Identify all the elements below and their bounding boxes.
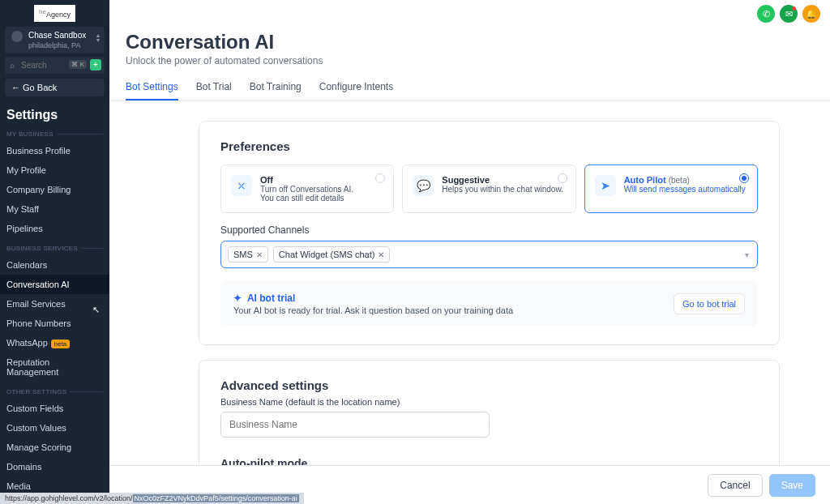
tab-bot-training[interactable]: Bot Training: [250, 81, 302, 100]
remove-chip-icon[interactable]: ✕: [256, 250, 263, 259]
chip-label: SMS: [233, 250, 253, 259]
sidebar-item-company-billing[interactable]: Company Billing: [0, 180, 109, 199]
chip-label: Chat Widget (SMS chat): [279, 250, 375, 259]
option-title: Off: [260, 175, 353, 185]
save-button[interactable]: Save: [769, 474, 815, 497]
trial-heading: ✦ AI bot trial: [233, 293, 513, 304]
business-name-input[interactable]: [220, 412, 490, 438]
sidebar-item-my-profile[interactable]: My Profile: [0, 160, 109, 180]
page-title: Conversation AI: [126, 31, 814, 53]
chevron-down-icon: ▾: [745, 250, 749, 259]
sidebar-item-business-profile[interactable]: Business Profile: [0, 141, 109, 160]
tab-bot-settings[interactable]: Bot Settings: [126, 81, 178, 100]
account-name: Chase Sandbox: [28, 31, 86, 40]
preferences-title: Preferences: [220, 139, 758, 153]
beta-badge: beta: [51, 340, 71, 348]
nav-section-header: BUSINESS SERVICES: [0, 238, 109, 255]
arrow-left-icon: ←: [11, 83, 20, 92]
pref-option-auto-pilot[interactable]: ➤Auto Pilot (beta)Will send messages aut…: [584, 164, 758, 213]
option-icon: ⤫: [231, 175, 252, 196]
option-icon: 💬: [413, 175, 434, 196]
add-button[interactable]: +: [90, 59, 101, 70]
trial-sub: Your AI bot is ready for trial. Ask it q…: [233, 305, 513, 315]
sidebar-item-domains[interactable]: Domains: [0, 457, 109, 476]
advanced-title: Advanced settings: [220, 378, 758, 392]
option-desc: Turn off Conversations AI.: [260, 185, 353, 194]
go-back-button[interactable]: ← Go Back: [5, 79, 105, 96]
cursor-icon: ↖: [92, 305, 100, 315]
option-desc: You can still edit details: [260, 194, 353, 203]
channels-label: Supported Channels: [220, 224, 758, 236]
content: Preferences ⤫Off Turn off Conversations …: [109, 101, 830, 504]
option-desc: Helps you within the chat window.: [442, 185, 563, 194]
option-desc: Will send messages automatically: [624, 185, 746, 194]
option-icon: ➤: [595, 175, 616, 196]
radio-icon: [739, 173, 749, 183]
search-icon: ⌕: [10, 61, 15, 70]
sidebar-item-reputation-management[interactable]: Reputation Management: [0, 352, 109, 382]
page-subtitle: Unlock the power of automated conversati…: [126, 55, 814, 66]
sidebar-item-custom-values[interactable]: Custom Values: [0, 418, 109, 438]
tabs: Bot SettingsBot TrialBot TrainingConfigu…: [109, 70, 830, 101]
trial-box: ✦ AI bot trial Your AI bot is ready for …: [220, 281, 758, 327]
pref-options: ⤫Off Turn off Conversations AI.You can s…: [220, 164, 758, 213]
sidebar-item-calendars[interactable]: Calendars: [0, 255, 109, 275]
preferences-card: Preferences ⤫Off Turn off Conversations …: [199, 121, 780, 345]
chevron-updown-icon: ▴▾: [96, 33, 100, 43]
tab-configure-intents[interactable]: Configure Intents: [319, 81, 393, 100]
agency-logo: heAgency: [34, 5, 75, 22]
option-title: Auto Pilot (beta): [624, 175, 746, 185]
tab-bot-trial[interactable]: Bot Trial: [196, 81, 232, 100]
nav-section-header: OTHER SETTINGS: [0, 382, 109, 399]
settings-heading: Settings: [0, 101, 109, 124]
go-to-bot-trial-button[interactable]: Go to bot trial: [674, 293, 745, 314]
sidebar: heAgency Chase Sandbox philadelphia, PA …: [0, 0, 109, 504]
channels-select[interactable]: SMS✕Chat Widget (SMS chat)✕▾: [220, 241, 758, 268]
account-location: philadelphia, PA: [28, 41, 80, 49]
pref-option-off[interactable]: ⤫Off Turn off Conversations AI.You can s…: [220, 164, 394, 213]
sidebar-item-my-staff[interactable]: My Staff: [0, 199, 109, 219]
page-header: Conversation AI Unlock the power of auto…: [109, 0, 830, 70]
radio-icon: [375, 173, 385, 183]
sidebar-item-conversation-ai[interactable]: Conversation AI: [0, 275, 109, 294]
channel-chip: Chat Widget (SMS chat)✕: [273, 246, 391, 263]
sidebar-item-pipelines[interactable]: Pipelines: [0, 219, 109, 238]
business-name-label: Business Name (default is the location n…: [220, 397, 758, 407]
sparkle-icon: ✦: [233, 293, 242, 304]
radio-icon: [558, 173, 567, 183]
sidebar-item-custom-fields[interactable]: Custom Fields: [0, 399, 109, 418]
sidebar-item-manage-scoring[interactable]: Manage Scoring: [0, 438, 109, 457]
remove-chip-icon[interactable]: ✕: [378, 250, 384, 259]
sidebar-item-phone-numbers[interactable]: Phone Numbers: [0, 314, 109, 333]
main: Conversation AI Unlock the power of auto…: [109, 0, 830, 504]
cancel-button[interactable]: Cancel: [708, 474, 762, 497]
pref-option-suggestive[interactable]: 💬Suggestive Helps you within the chat wi…: [402, 164, 575, 213]
sidebar-item-whatsapp[interactable]: WhatsAppbeta: [0, 333, 109, 352]
search-shortcut: ⌘ K: [69, 60, 87, 69]
channel-chip: SMS✕: [228, 246, 268, 263]
account-switcher[interactable]: Chase Sandbox philadelphia, PA ▴▾: [5, 27, 105, 53]
option-title: Suggestive: [442, 175, 563, 185]
avatar: [11, 31, 23, 42]
nav-section-header: MY BUSINESS: [0, 124, 109, 141]
status-url: https://app.gohighlevel.com/v2/location/…: [0, 493, 304, 504]
search-row: ⌕ ⌘ K +: [5, 57, 105, 74]
